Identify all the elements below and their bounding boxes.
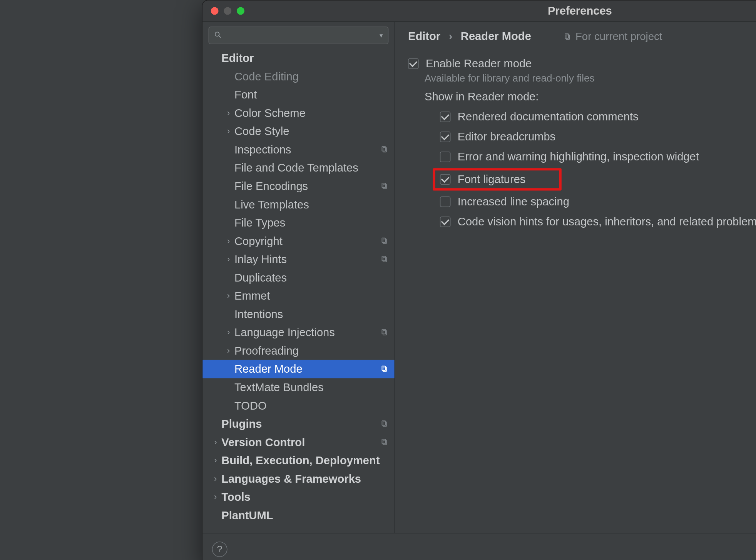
option-label: Code vision hints for usages, inheritors… bbox=[458, 215, 756, 228]
tree-item[interactable]: ›Code Style bbox=[202, 122, 395, 141]
chevron-right-icon: › bbox=[224, 287, 233, 305]
tree-item[interactable]: ›Version Control bbox=[202, 433, 395, 452]
breadcrumb: Editor › Reader Mode For current project bbox=[395, 22, 756, 49]
tree-item[interactable]: Plugins bbox=[202, 415, 395, 433]
option-label: Increased line spacing bbox=[458, 195, 569, 208]
settings-main: Editor › Reader Mode For current project bbox=[395, 22, 756, 533]
svg-rect-2 bbox=[382, 147, 385, 151]
chevron-right-icon: › bbox=[211, 452, 221, 470]
tree-item-label: Live Templates bbox=[234, 195, 390, 214]
option-label: Font ligatures bbox=[458, 173, 526, 186]
tree-item[interactable]: TODO bbox=[202, 397, 395, 415]
chevron-right-icon: › bbox=[211, 488, 221, 507]
reader-mode-option[interactable]: Font ligatures bbox=[440, 173, 555, 186]
tree-item[interactable]: ›Color Scheme bbox=[202, 104, 395, 122]
tree-item-label: File and Code Templates bbox=[234, 159, 390, 177]
tree-item-label: Code Editing bbox=[234, 67, 390, 86]
tree-item-label: PlantUML bbox=[221, 506, 390, 525]
tree-item[interactable]: File Types bbox=[202, 213, 395, 232]
svg-rect-7 bbox=[383, 239, 386, 243]
chevron-right-icon: › bbox=[211, 470, 221, 488]
chevron-right-icon: › bbox=[224, 122, 233, 141]
tree-item[interactable]: Inspections bbox=[202, 140, 395, 159]
tree-item-label: TextMate Bundles bbox=[234, 378, 390, 397]
svg-rect-12 bbox=[382, 366, 385, 371]
tree-item-label: Intentions bbox=[234, 305, 390, 323]
tree-item-label: Proofreading bbox=[234, 342, 390, 360]
settings-search[interactable]: ▾ bbox=[209, 27, 389, 44]
reader-mode-option[interactable]: Error and warning highlighting, inspecti… bbox=[408, 147, 756, 167]
svg-rect-9 bbox=[383, 257, 386, 262]
option-checkbox[interactable] bbox=[440, 112, 451, 122]
tree-item-label: Emmet bbox=[234, 287, 390, 305]
help-button[interactable]: ? bbox=[212, 541, 227, 557]
tree-item-label: Inspections bbox=[234, 140, 379, 159]
tree-item[interactable]: Live Templates bbox=[202, 195, 395, 214]
reader-mode-option[interactable]: Increased line spacing bbox=[408, 192, 756, 212]
breadcrumb-separator: › bbox=[449, 30, 453, 43]
svg-rect-8 bbox=[382, 256, 385, 261]
window-controls bbox=[202, 7, 244, 15]
enable-reader-mode-label: Enable Reader mode bbox=[426, 57, 532, 70]
tree-item[interactable]: ›Tools bbox=[202, 488, 395, 507]
tree-item[interactable]: Editor bbox=[202, 49, 395, 67]
tree-item[interactable]: PlantUML bbox=[202, 506, 395, 525]
show-in-reader-mode-title: Show in Reader mode: bbox=[408, 90, 756, 103]
option-checkbox[interactable] bbox=[440, 174, 451, 185]
tree-item[interactable]: Duplicates bbox=[202, 268, 395, 287]
project-scope-icon bbox=[563, 32, 572, 41]
tree-item[interactable]: File and Code Templates bbox=[202, 159, 395, 177]
option-checkbox[interactable] bbox=[440, 217, 451, 227]
close-window-button[interactable] bbox=[211, 7, 219, 15]
svg-rect-13 bbox=[383, 367, 386, 372]
tree-item[interactable]: ›Emmet bbox=[202, 287, 395, 305]
zoom-window-button[interactable] bbox=[237, 7, 244, 15]
settings-search-input[interactable] bbox=[226, 29, 376, 42]
chevron-right-icon: › bbox=[224, 250, 233, 268]
tree-item[interactable]: Code Editing bbox=[202, 67, 395, 86]
option-checkbox[interactable] bbox=[440, 197, 451, 207]
reader-mode-option[interactable]: Code vision hints for usages, inheritors… bbox=[408, 212, 756, 232]
settings-sidebar: ▾ EditorCode EditingFont›Color Scheme›Co… bbox=[202, 22, 395, 533]
svg-rect-4 bbox=[382, 183, 385, 188]
svg-point-0 bbox=[215, 32, 219, 36]
search-history-icon[interactable]: ▾ bbox=[380, 32, 383, 39]
tree-item-label: Duplicates bbox=[234, 268, 390, 287]
tree-item-label: File Encodings bbox=[234, 177, 379, 195]
tree-item[interactable]: Intentions bbox=[202, 305, 395, 323]
titlebar: Preferences http://www.javastack.cn bbox=[202, 1, 756, 22]
breadcrumb-seg-reader-mode[interactable]: Reader Mode bbox=[461, 30, 531, 43]
tree-item[interactable]: ›Copyright bbox=[202, 232, 395, 250]
svg-rect-19 bbox=[566, 35, 570, 40]
tree-item[interactable]: ›Languages & Frameworks bbox=[202, 470, 395, 488]
tree-item[interactable]: TextMate Bundles bbox=[202, 378, 395, 397]
enable-reader-mode-hint: Available for library and read-only file… bbox=[408, 73, 756, 85]
svg-rect-16 bbox=[382, 439, 385, 444]
tree-item[interactable]: Font bbox=[202, 85, 395, 104]
tree-item-label: Inlay Hints bbox=[234, 250, 379, 268]
tree-item-label: Color Scheme bbox=[234, 104, 390, 122]
tree-item[interactable]: ›Inlay Hints bbox=[202, 250, 395, 268]
tree-item-label: Language Injections bbox=[234, 323, 379, 342]
option-label: Editor breadcrumbs bbox=[458, 130, 555, 143]
tree-item[interactable]: ›Proofreading bbox=[202, 342, 395, 360]
chevron-right-icon: › bbox=[211, 433, 221, 452]
minimize-window-button[interactable] bbox=[224, 7, 231, 15]
option-checkbox[interactable] bbox=[440, 152, 451, 162]
svg-rect-18 bbox=[565, 34, 569, 38]
reader-mode-option[interactable]: Editor breadcrumbs bbox=[408, 127, 756, 147]
tree-item[interactable]: ›Language Injections bbox=[202, 323, 395, 342]
settings-tree[interactable]: EditorCode EditingFont›Color Scheme›Code… bbox=[202, 48, 395, 533]
svg-rect-11 bbox=[383, 330, 386, 335]
reader-mode-option[interactable]: Rendered documentation comments bbox=[408, 107, 756, 127]
breadcrumb-seg-editor[interactable]: Editor bbox=[408, 30, 440, 43]
option-checkbox[interactable] bbox=[440, 132, 451, 142]
preferences-window: Preferences http://www.javastack.cn ▾ Ed… bbox=[202, 0, 756, 560]
project-scope-icon bbox=[379, 433, 390, 452]
tree-item-label: File Types bbox=[234, 213, 390, 232]
enable-reader-mode-row[interactable]: Enable Reader mode bbox=[408, 54, 756, 74]
tree-item[interactable]: File Encodings bbox=[202, 177, 395, 195]
tree-item[interactable]: Reader Mode bbox=[202, 360, 395, 378]
tree-item[interactable]: ›Build, Execution, Deployment bbox=[202, 452, 395, 470]
enable-reader-mode-checkbox[interactable] bbox=[408, 58, 419, 69]
